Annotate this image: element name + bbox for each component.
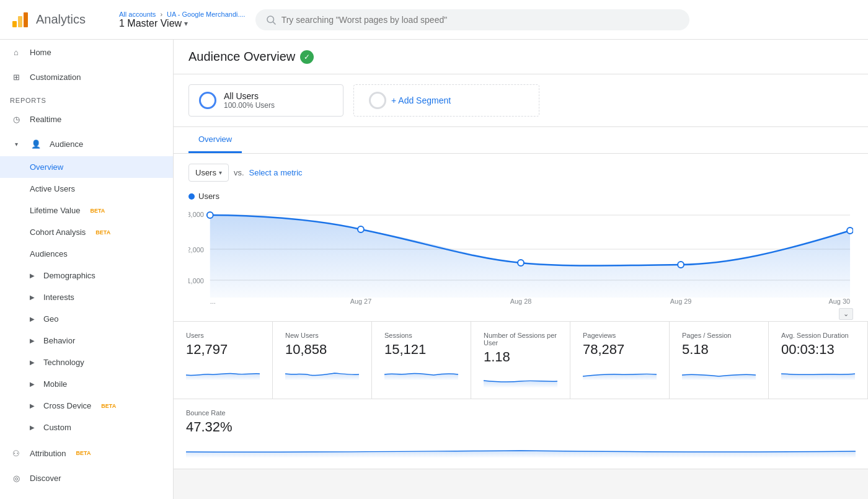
person-icon: 👤 (30, 138, 42, 150)
sidebar-audiences-label: Audiences (30, 249, 68, 258)
metric-card: Users 12,797 (174, 322, 273, 399)
metrics-grid: Users 12,797 New Users 10,858 (174, 321, 868, 469)
dropdown-arrow-icon: ▾ (219, 169, 222, 176)
metric-label: Avg. Session Duration (781, 332, 855, 339)
sidebar-item-interests[interactable]: ▶ Interests (0, 286, 173, 308)
reports-section-label: REPORTS (0, 89, 173, 107)
search-bar[interactable] (255, 9, 689, 30)
metric-value: 15,121 (384, 342, 458, 358)
sidebar-item-discover[interactable]: ◎ Discover (0, 466, 173, 490)
svg-rect-1 (18, 16, 22, 27)
page-header: Audience Overview ✓ (174, 40, 868, 74)
geo-expand-icon: ▶ (30, 316, 35, 322)
breadcrumb-property[interactable]: UA - Google Merchandi.... (167, 11, 246, 18)
svg-point-11 (207, 212, 213, 218)
metric-label: Bounce Rate (186, 409, 856, 417)
chart-legend: Users (188, 192, 853, 201)
sidebar-item-mobile[interactable]: ▶ Mobile (0, 373, 173, 395)
discover-icon: ◎ (10, 472, 22, 484)
account-selector[interactable]: 1 Master View ▾ (119, 18, 246, 29)
demographics-expand-icon: ▶ (30, 272, 35, 279)
sidebar-item-geo[interactable]: ▶ Geo (0, 308, 173, 330)
mini-chart (781, 363, 855, 381)
lifetime-value-beta-badge: BETA (90, 208, 105, 214)
sidebar-item-audiences[interactable]: Audiences (0, 243, 173, 265)
sidebar-item-audience[interactable]: ▾ 👤 Audience (0, 131, 173, 156)
metric-card: Number of Sessions per User 1.18 (471, 322, 570, 399)
metric-card: Bounce Rate 47.32% (174, 399, 868, 469)
add-segment-button[interactable]: + Add Segment (353, 84, 539, 117)
sidebar-custom-label: Custom (43, 423, 71, 432)
metric-selector: Users ▾ vs. Select a metric (188, 164, 853, 182)
sidebar-item-cross-device[interactable]: ▶ Cross Device BETA (0, 395, 173, 417)
sidebar-audience-label: Audience (50, 139, 83, 149)
verified-icon: ✓ (300, 50, 314, 64)
sidebar-item-behavior[interactable]: ▶ Behavior (0, 330, 173, 351)
topbar: Analytics All accounts › UA - Google Mer… (0, 0, 868, 40)
breadcrumb-sep: › (160, 11, 164, 18)
mini-chart (583, 363, 657, 381)
metric-value: 12,797 (186, 342, 260, 358)
metric-dropdown[interactable]: Users ▾ (188, 164, 229, 182)
sidebar-interests-label: Interests (43, 293, 74, 302)
sidebar-demographics-label: Demographics (43, 271, 95, 280)
sidebar-item-active-users[interactable]: Active Users (0, 178, 173, 200)
segment-card-all-users[interactable]: All Users 100.00% Users (188, 84, 343, 117)
metric-value: 1.18 (484, 349, 557, 365)
breadcrumb-accounts[interactable]: All accounts (119, 11, 156, 18)
metric-value: 00:03:13 (781, 342, 855, 358)
interests-expand-icon: ▶ (30, 294, 35, 301)
mini-chart (186, 440, 856, 459)
metric-value: 78,287 (583, 342, 657, 358)
main-layout: ⌂ Home ⊞ Customization REPORTS ◷ Realtim… (0, 40, 868, 499)
expand-icon: ▾ (10, 138, 22, 150)
sidebar-attribution-label: Attribution (30, 449, 66, 458)
sidebar-item-lifetime-value[interactable]: Lifetime Value BETA (0, 200, 173, 221)
home-icon: ⌂ (10, 46, 22, 58)
svg-text:Aug 28: Aug 28 (510, 298, 532, 305)
add-segment-circle (369, 92, 386, 109)
chevron-down-icon: ▾ (184, 19, 188, 28)
sidebar-item-cohort-analysis[interactable]: Cohort Analysis BETA (0, 221, 173, 243)
search-input[interactable] (281, 15, 680, 25)
metric-label: Pageviews (583, 332, 657, 339)
sidebar-item-technology[interactable]: ▶ Technology (0, 351, 173, 373)
search-icon (265, 14, 277, 25)
chart-scroll-button[interactable]: ⌄ (839, 308, 853, 320)
breadcrumb-area: All accounts › UA - Google Merchandi....… (119, 11, 246, 29)
svg-point-15 (847, 227, 853, 234)
segment-info: All Users 100.00% Users (224, 91, 275, 110)
metric-value: 5.18 (682, 342, 756, 358)
tabs-bar: Overview (174, 127, 868, 154)
sidebar-technology-label: Technology (43, 358, 84, 367)
sidebar-item-demographics[interactable]: ▶ Demographics (0, 265, 173, 286)
sidebar-item-custom[interactable]: ▶ Custom (0, 417, 173, 438)
metric-dropdown-label: Users (195, 168, 216, 177)
mini-chart (285, 363, 359, 381)
tab-overview[interactable]: Overview (188, 127, 242, 153)
sidebar-item-home[interactable]: ⌂ Home (0, 40, 173, 64)
svg-line-4 (273, 22, 275, 24)
metric-label: Pages / Session (682, 332, 756, 339)
metric-label: New Users (285, 332, 359, 339)
clock-icon: ◷ (10, 113, 22, 125)
svg-text:3,000: 3,000 (188, 211, 204, 218)
svg-text:1,000: 1,000 (188, 277, 204, 285)
metric-card: Pageviews 78,287 (570, 322, 670, 399)
sidebar-item-overview[interactable]: Overview (0, 156, 173, 178)
content-area: Audience Overview ✓ All Users 100.00% Us… (174, 40, 868, 499)
sidebar-item-attribution[interactable]: ⚇ Attribution BETA (0, 441, 173, 466)
chart-wrapper: 3,000 2,000 1,000 (188, 206, 853, 311)
sidebar-home-label: Home (30, 48, 51, 57)
metric-label: Number of Sessions per User (484, 332, 557, 347)
sidebar-item-realtime[interactable]: ◷ Realtime (0, 107, 173, 131)
metric-label: Users (186, 332, 260, 339)
sidebar: ⌂ Home ⊞ Customization REPORTS ◷ Realtim… (0, 40, 174, 499)
chart-area: Users ▾ vs. Select a metric Users 3,000 … (174, 154, 868, 321)
svg-text:Aug 27: Aug 27 (350, 298, 372, 305)
sidebar-item-customization[interactable]: ⊞ Customization (0, 64, 173, 89)
metric-value: 10,858 (285, 342, 359, 358)
select-metric-link[interactable]: Select a metric (249, 168, 303, 177)
mini-chart (682, 363, 756, 381)
sidebar-active-users-label: Active Users (30, 184, 75, 193)
